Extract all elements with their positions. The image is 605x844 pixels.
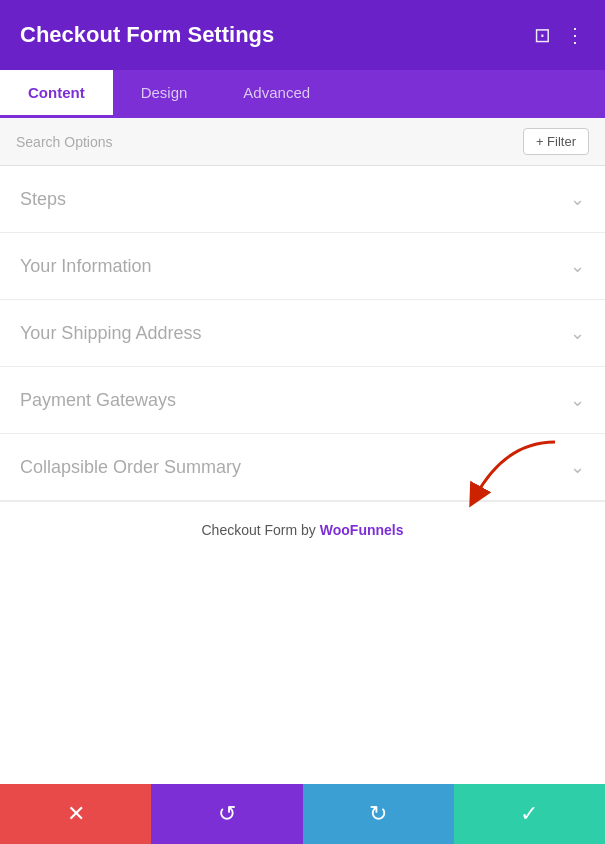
redo-button[interactable]: ↻ (303, 784, 454, 844)
tab-advanced[interactable]: Advanced (215, 70, 338, 118)
accordion-header-your-information[interactable]: Your Information ⌄ (0, 233, 605, 299)
save-icon: ✓ (520, 801, 538, 827)
accordion-label-payment-gateways: Payment Gateways (20, 390, 176, 411)
bottom-toolbar: ✕ ↺ ↻ ✓ (0, 784, 605, 844)
tab-content[interactable]: Content (0, 70, 113, 118)
chevron-down-icon-shipping-address: ⌄ (570, 322, 585, 344)
search-bar: Search Options + Filter (0, 118, 605, 166)
search-options-placeholder[interactable]: Search Options (16, 134, 113, 150)
accordion-label-your-information: Your Information (20, 256, 151, 277)
header: Checkout Form Settings ⊡ ⋮ (0, 0, 605, 70)
accordion-list: Steps ⌄ Your Information ⌄ Your Shipping… (0, 166, 605, 784)
content-area: Search Options + Filter Steps ⌄ Your Inf… (0, 118, 605, 784)
reset-button[interactable]: ↺ (151, 784, 302, 844)
accordion-item-collapsible-order-summary: Collapsible Order Summary ⌄ (0, 434, 605, 501)
chevron-down-icon-your-information: ⌄ (570, 255, 585, 277)
attribution-section: Checkout Form by WooFunnels (0, 501, 605, 558)
accordion-header-shipping-address[interactable]: Your Shipping Address ⌄ (0, 300, 605, 366)
chevron-down-icon-collapsible-order-summary: ⌄ (570, 456, 585, 478)
more-menu-icon[interactable]: ⋮ (565, 23, 585, 47)
cancel-button[interactable]: ✕ (0, 784, 151, 844)
accordion-item-steps: Steps ⌄ (0, 166, 605, 233)
accordion-header-payment-gateways[interactable]: Payment Gateways ⌄ (0, 367, 605, 433)
accordion-header-collapsible-order-summary[interactable]: Collapsible Order Summary ⌄ (0, 434, 605, 500)
chevron-down-icon-steps: ⌄ (570, 188, 585, 210)
accordion-label-collapsible-order-summary: Collapsible Order Summary (20, 457, 241, 478)
accordion-item-your-information: Your Information ⌄ (0, 233, 605, 300)
cancel-icon: ✕ (67, 801, 85, 827)
tab-design[interactable]: Design (113, 70, 216, 118)
accordion-label-shipping-address: Your Shipping Address (20, 323, 201, 344)
redo-icon: ↻ (369, 801, 387, 827)
header-actions: ⊡ ⋮ (534, 23, 585, 47)
filter-button[interactable]: + Filter (523, 128, 589, 155)
page-title: Checkout Form Settings (20, 22, 274, 48)
chevron-down-icon-payment-gateways: ⌄ (570, 389, 585, 411)
fullscreen-icon[interactable]: ⊡ (534, 23, 551, 47)
accordion-item-payment-gateways: Payment Gateways ⌄ (0, 367, 605, 434)
reset-icon: ↺ (218, 801, 236, 827)
attribution-prefix: Checkout Form by (202, 522, 320, 538)
accordion-label-steps: Steps (20, 189, 66, 210)
accordion-item-shipping-address: Your Shipping Address ⌄ (0, 300, 605, 367)
tab-bar: Content Design Advanced (0, 70, 605, 118)
attribution-link[interactable]: WooFunnels (320, 522, 404, 538)
accordion-header-steps[interactable]: Steps ⌄ (0, 166, 605, 232)
save-button[interactable]: ✓ (454, 784, 605, 844)
